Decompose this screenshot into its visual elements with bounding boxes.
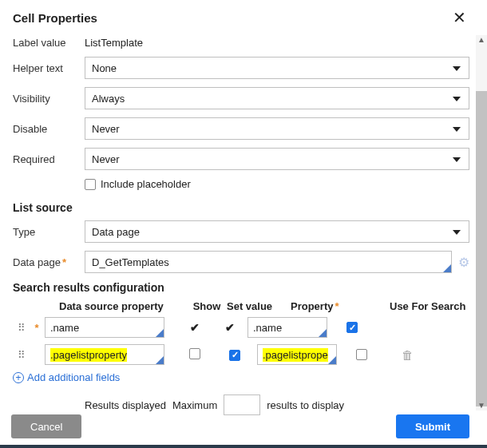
dsp-input-1[interactable]: .pagelistproperty bbox=[45, 344, 164, 365]
label-value-label: Label value bbox=[13, 37, 85, 49]
helper-text-select[interactable]: None bbox=[85, 57, 469, 79]
data-page-label: Data page* bbox=[13, 256, 85, 268]
helper-text-value: None bbox=[92, 62, 117, 74]
plus-icon: + bbox=[13, 372, 24, 383]
results-displayed-label: Results displayed bbox=[85, 399, 166, 411]
scroll-down-icon[interactable]: ▼ bbox=[477, 401, 485, 410]
add-fields-link[interactable]: + Add additional fields bbox=[13, 371, 469, 383]
visibility-select[interactable]: Always bbox=[85, 87, 469, 109]
col-ufs: Use For Search bbox=[378, 300, 466, 312]
ufs-checkbox-1[interactable] bbox=[356, 349, 367, 360]
gear-icon[interactable]: ⚙ bbox=[458, 255, 469, 270]
maximum-label: Maximum bbox=[172, 399, 217, 411]
disable-select[interactable]: Never bbox=[85, 117, 469, 140]
close-button[interactable]: ✕ bbox=[449, 10, 469, 26]
required-star-icon: * bbox=[29, 322, 45, 334]
type-select[interactable]: Data page bbox=[85, 220, 469, 243]
set-checkbox-1[interactable] bbox=[229, 350, 240, 361]
search-config-heading: Search results configuration bbox=[13, 281, 469, 294]
prop-input-1[interactable]: .pagelistprope bbox=[257, 344, 337, 365]
drag-handle-icon[interactable]: ⠿ bbox=[13, 322, 29, 334]
submit-button[interactable]: Submit bbox=[396, 414, 469, 438]
show-checkbox-1[interactable] bbox=[189, 348, 200, 359]
col-prop: Property* bbox=[291, 300, 378, 312]
label-value-text: ListTemplate bbox=[85, 37, 143, 49]
prop-input-0[interactable]: .name bbox=[247, 317, 327, 338]
bottom-border bbox=[0, 445, 487, 448]
required-select[interactable]: Never bbox=[85, 148, 469, 170]
type-value: Data page bbox=[92, 226, 140, 238]
list-source-heading: List source bbox=[13, 201, 469, 214]
scroll-up-icon[interactable]: ▲ bbox=[477, 35, 485, 44]
helper-text-label: Helper text bbox=[13, 62, 85, 74]
visibility-value: Always bbox=[92, 93, 125, 105]
data-page-value: D_GetTemplates bbox=[92, 256, 169, 268]
col-dsp: Data source property bbox=[59, 300, 187, 312]
required-value: Never bbox=[92, 153, 120, 165]
show-checked-0[interactable]: ✔ bbox=[177, 321, 212, 334]
cancel-button[interactable]: Cancel bbox=[11, 414, 81, 438]
scrollbar-thumb[interactable] bbox=[476, 91, 487, 406]
data-page-input[interactable]: D_GetTemplates bbox=[85, 251, 452, 273]
dsp-input-0[interactable]: .name bbox=[45, 317, 164, 338]
col-set: Set value bbox=[227, 300, 291, 312]
dsp-value-1: .pagelistproperty bbox=[50, 348, 127, 362]
disable-value: Never bbox=[92, 123, 120, 135]
table-row: ⠿ * .name ✔ ✔ .name bbox=[13, 317, 469, 338]
table-row: ⠿ .pagelistproperty .pagelistprope 🗑 bbox=[13, 344, 469, 365]
include-placeholder-label: Include placeholder bbox=[101, 178, 191, 190]
results-to-display-label: results to display bbox=[267, 399, 344, 411]
add-fields-label: Add additional fields bbox=[27, 371, 120, 383]
disable-label: Disable bbox=[13, 123, 85, 135]
set-checked-0[interactable]: ✔ bbox=[212, 321, 247, 334]
prop-value-0: .name bbox=[253, 322, 282, 334]
visibility-label: Visibility bbox=[13, 93, 85, 105]
type-label: Type bbox=[13, 226, 85, 238]
col-show: Show bbox=[187, 300, 227, 312]
required-label: Required bbox=[13, 153, 85, 165]
search-table-header: Data source property Show Set value Prop… bbox=[13, 300, 469, 312]
drag-handle-icon[interactable]: ⠿ bbox=[13, 349, 29, 361]
prop-value-1: .pagelistprope bbox=[263, 348, 328, 362]
trash-icon[interactable]: 🗑 bbox=[391, 348, 423, 362]
dsp-value-0: .name bbox=[50, 322, 79, 334]
max-results-input[interactable] bbox=[224, 394, 260, 415]
ufs-checkbox-0[interactable] bbox=[346, 322, 358, 333]
include-placeholder-checkbox[interactable] bbox=[85, 179, 96, 190]
dialog-title: Cell Properties bbox=[13, 11, 97, 25]
